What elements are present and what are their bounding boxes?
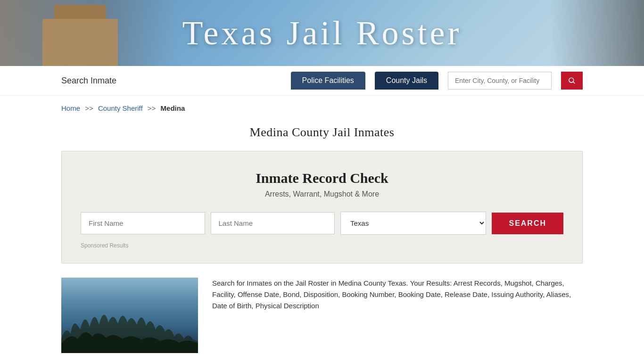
state-select[interactable]: AlabamaAlaskaArizonaArkansasCaliforniaCo… bbox=[340, 212, 486, 235]
first-name-input[interactable] bbox=[81, 212, 205, 234]
police-facilities-button[interactable]: Police Facilities bbox=[291, 72, 365, 90]
breadcrumb-sep-1: >> bbox=[85, 104, 93, 112]
search-icon bbox=[568, 76, 576, 85]
breadcrumb: Home >> County Sheriff >> Medina bbox=[0, 96, 644, 117]
bottom-section: Search for Inmates on the Jail Roster in… bbox=[0, 278, 644, 353]
record-check-title: Inmate Record Check bbox=[81, 170, 563, 186]
record-check-box: Inmate Record Check Arrests, Warrant, Mu… bbox=[61, 151, 583, 263]
facility-search-input[interactable] bbox=[448, 72, 552, 90]
search-inmate-label: Search Inmate bbox=[61, 76, 116, 86]
breadcrumb-sep-2: >> bbox=[148, 104, 156, 112]
page-title-section: Medina County Jail Inmates bbox=[0, 117, 644, 151]
facility-search-button[interactable] bbox=[561, 72, 583, 90]
sponsored-label: Sponsored Results bbox=[81, 242, 563, 249]
record-check-subtitle: Arrests, Warrant, Mugshot & More bbox=[81, 190, 563, 198]
breadcrumb-current: Medina bbox=[161, 104, 185, 112]
navbar: Search Inmate Police Facilities County J… bbox=[0, 66, 644, 96]
tree-silhouette bbox=[61, 306, 198, 353]
breadcrumb-home-link[interactable]: Home bbox=[61, 104, 80, 112]
last-name-input[interactable] bbox=[211, 212, 335, 234]
breadcrumb-county-sheriff-link[interactable]: County Sheriff bbox=[98, 104, 143, 112]
banner-right-overlay bbox=[550, 0, 644, 66]
capitol-dome bbox=[28, 5, 132, 66]
record-search-button[interactable]: SEARCH bbox=[492, 213, 563, 234]
header-banner: Texas Jail Roster bbox=[0, 0, 644, 66]
page-title: Medina County Jail Inmates bbox=[0, 125, 644, 140]
county-jails-button[interactable]: County Jails bbox=[375, 72, 438, 90]
bottom-description: Search for Inmates on the Jail Roster in… bbox=[212, 278, 583, 312]
facility-image bbox=[61, 278, 198, 353]
site-title: Texas Jail Roster bbox=[182, 14, 462, 53]
record-check-form: AlabamaAlaskaArizonaArkansasCaliforniaCo… bbox=[81, 212, 563, 235]
